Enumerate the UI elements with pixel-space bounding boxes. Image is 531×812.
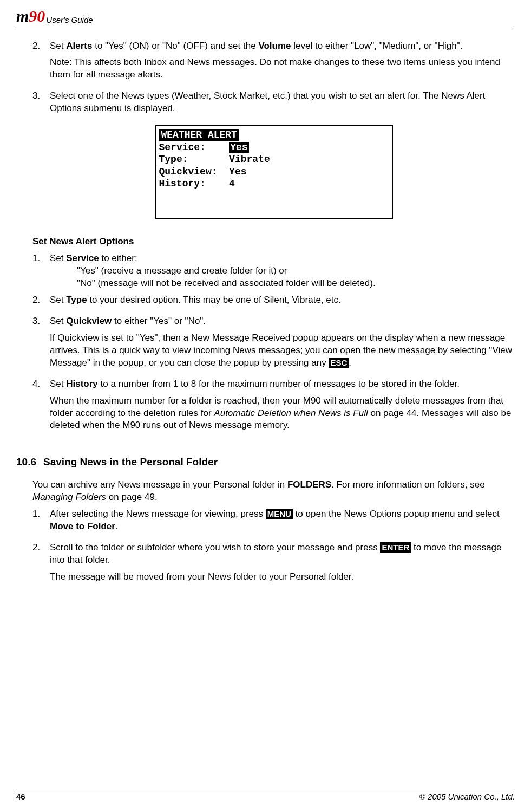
text: . For more information on folders, see (331, 479, 484, 490)
text: to your desired option. This may be one … (87, 295, 341, 305)
step-body: Set History to a number from 1 to 8 for … (50, 378, 515, 437)
bold-text: Move to Folder (50, 521, 115, 531)
bold-text: Quickview (66, 316, 112, 326)
step-num: 1. (32, 252, 50, 290)
step-num: 2. (32, 294, 50, 311)
copyright: © 2005 Unication Co., Ltd. (419, 791, 515, 802)
step-b-2: 2. Set Type to your desired option. This… (32, 294, 515, 311)
text: to "Yes" (ON) or "No" (OFF) and set the (92, 41, 258, 51)
step-body: Set Service to either: "Yes" (receive a … (50, 252, 515, 290)
device-screen: WEATHER ALERT Service: Yes Type: Vibrate… (155, 125, 393, 219)
text: to either "Yes" or "No". (112, 316, 206, 326)
step-detail: When the maximum number for a folder is … (50, 395, 515, 432)
screen-label: Service: (159, 142, 230, 153)
option-2: "No" (message will not be received and a… (50, 277, 515, 290)
screen-value-highlighted: Yes (229, 142, 248, 153)
screen-row-type: Type: Vibrate (159, 153, 389, 166)
bold-text: Alerts (66, 41, 92, 51)
step-body: Set Alerts to "Yes" (ON) or "No" (OFF) a… (50, 40, 515, 86)
screen-row-history: History: 4 (159, 178, 389, 190)
step-text: Set Service to either: (50, 252, 515, 265)
step-note: Note: This affects both Inbox and News m… (50, 56, 515, 81)
logo-m: m (16, 7, 29, 25)
italic-text: Managing Folders (32, 492, 106, 502)
page-header: m90 User's Guide (16, 0, 515, 29)
step-text: Select one of the News types (Weather, S… (50, 90, 515, 115)
page-content: 2. Set Alerts to "Yes" (ON) or "No" (OFF… (16, 29, 515, 588)
step-text: Set History to a number from 1 to 8 for … (50, 378, 515, 391)
step-body: Scroll to the folder or subfolder where … (50, 542, 515, 588)
screen-title: WEATHER ALERT (159, 129, 239, 141)
header-title: User's Guide (46, 15, 93, 27)
option-1: "Yes" (receive a message and create fold… (50, 265, 515, 277)
step-a-2: 2. Set Alerts to "Yes" (ON) or "No" (OFF… (32, 40, 515, 86)
step-text: Set Quickview to either "Yes" or "No". (50, 315, 515, 328)
text: . (349, 358, 351, 368)
step-b-3: 3. Set Quickview to either "Yes" or "No"… (32, 315, 515, 374)
page-footer: 46 © 2005 Unication Co., Ltd. (16, 789, 515, 802)
step-b-1: 1. Set Service to either: "Yes" (receive… (32, 252, 515, 290)
step-text: Scroll to the folder or subfolder where … (50, 542, 515, 567)
page-number: 46 (16, 791, 25, 802)
bold-text: History (66, 379, 98, 389)
logo: m90 (16, 5, 45, 28)
text: Set (50, 316, 66, 326)
step-text: Set Type to your desired option. This ma… (50, 294, 515, 307)
text: level to either "Low", "Medium", or "Hig… (291, 41, 463, 51)
section-intro: You can archive any News message in your… (32, 479, 515, 504)
screen-title-row: WEATHER ALERT (159, 129, 389, 141)
step-body: Set Quickview to either "Yes" or "No". I… (50, 315, 515, 374)
step-detail: The message will be moved from your News… (50, 571, 515, 583)
logo-90: 90 (29, 7, 45, 25)
screen-row-service: Service: Yes (159, 141, 389, 154)
esc-key: ESC (329, 358, 349, 368)
step-num: 2. (32, 40, 50, 86)
step-c-1: 1. After selecting the News message for … (32, 508, 515, 537)
text: to either: (99, 253, 137, 263)
bold-text: FOLDERS (287, 479, 331, 490)
text: If Quickview is set to "Yes", then a New… (50, 333, 512, 368)
text: Set (50, 253, 66, 263)
menu-key: MENU (266, 509, 293, 519)
step-num: 1. (32, 508, 50, 537)
step-text: Set Alerts to "Yes" (ON) or "No" (OFF) a… (50, 40, 515, 53)
step-b-4: 4. Set History to a number from 1 to 8 f… (32, 378, 515, 437)
step-detail: If Quickview is set to "Yes", then a New… (50, 332, 515, 369)
step-num: 3. (32, 90, 50, 119)
step-a-3: 3. Select one of the News types (Weather… (32, 90, 515, 119)
text: After selecting the News message for vie… (50, 509, 266, 519)
text: to a number from 1 to 8 for the maximum … (98, 379, 460, 389)
section-number: 10.6 (16, 455, 43, 469)
text: Set (50, 295, 66, 305)
section-title: Saving News in the Personal Folder (43, 455, 218, 469)
italic-text: Automatic Deletion when News is Full (214, 408, 368, 418)
enter-key: ENTER (380, 542, 411, 553)
bold-text: Service (66, 253, 99, 263)
step-text: After selecting the News message for vie… (50, 508, 515, 533)
step-num: 4. (32, 378, 50, 437)
step-num: 3. (32, 315, 50, 374)
text: . (115, 521, 118, 531)
text: Set (50, 41, 66, 51)
bold-text: Volume (258, 41, 291, 51)
step-c-2: 2. Scroll to the folder or subfolder whe… (32, 542, 515, 588)
text: on page 49. (106, 492, 158, 502)
text: to open the News Options popup menu and … (293, 509, 500, 519)
text: Set (50, 379, 66, 389)
section-heading: Set News Alert Options (32, 236, 515, 248)
text: Scroll to the folder or subfolder where … (50, 542, 380, 553)
screen-row-quickview: Quickview: Yes (159, 166, 389, 178)
section-10-6-heading: 10.6 Saving News in the Personal Folder (16, 455, 515, 469)
bold-text: Type (66, 295, 87, 305)
text: You can archive any News message in your… (32, 479, 287, 490)
step-num: 2. (32, 542, 50, 588)
